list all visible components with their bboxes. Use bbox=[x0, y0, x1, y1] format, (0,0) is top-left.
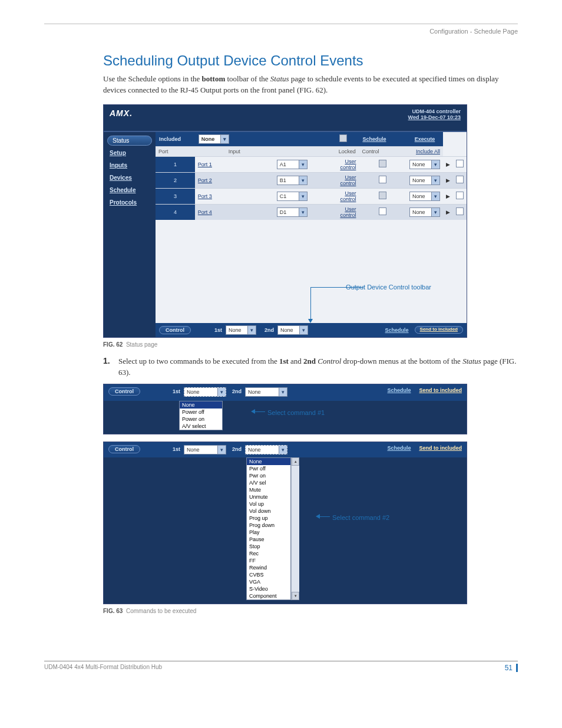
controller-time[interactable]: Wed 19-Dec-07 10:23 bbox=[408, 114, 461, 120]
sidebar-item-protocols[interactable]: Protocols bbox=[104, 196, 156, 209]
control-select[interactable]: None▾ bbox=[406, 188, 443, 204]
dropdown-option[interactable]: CVBS bbox=[247, 571, 290, 578]
dropdown-option[interactable]: None bbox=[247, 458, 290, 465]
scroll-down-icon[interactable]: ▾ bbox=[292, 592, 299, 600]
include-all-link[interactable]: Include All bbox=[406, 146, 443, 156]
user-control-link[interactable]: User control bbox=[336, 204, 359, 220]
row-num: 2 bbox=[156, 172, 195, 188]
user-control-link[interactable]: User control bbox=[336, 188, 359, 204]
control-select[interactable]: None▾ bbox=[406, 172, 443, 188]
dropdown-option[interactable]: Unmute bbox=[247, 493, 290, 500]
col-schedule[interactable]: Schedule bbox=[359, 132, 406, 147]
locked-checkbox[interactable] bbox=[359, 204, 406, 220]
chevron-down-icon: ▾ bbox=[299, 160, 307, 169]
user-control-link[interactable]: User control bbox=[336, 172, 359, 188]
dropdown-option[interactable]: Vol up bbox=[247, 500, 290, 508]
dropdown-option[interactable]: FF bbox=[247, 557, 290, 564]
text: toolbar of the bbox=[225, 74, 270, 83]
schedule-link[interactable]: Schedule bbox=[387, 387, 411, 393]
send-to-included-link[interactable]: Send to included bbox=[419, 445, 462, 451]
dropdown-option[interactable]: A/V select bbox=[180, 423, 222, 430]
sidebar-item-schedule[interactable]: Schedule bbox=[104, 184, 156, 196]
step-text: Select up to two commands to be executed… bbox=[118, 356, 518, 378]
input-select[interactable]: C1▾ bbox=[274, 188, 336, 204]
header-input-select[interactable]: None▾ bbox=[199, 134, 229, 144]
sidebar-item-setup[interactable]: Setup bbox=[104, 147, 156, 159]
dropdown-option[interactable]: Prog down bbox=[247, 522, 290, 529]
dropdown-option[interactable]: Mute bbox=[247, 486, 290, 493]
select-2nd[interactable]: None▾ bbox=[277, 325, 308, 335]
dropdown-option[interactable]: Power off bbox=[180, 409, 222, 416]
scroll-up-icon[interactable]: ▴ bbox=[292, 457, 299, 466]
dropdown-list-2nd[interactable]: NonePwr offPwr onA/V selMuteUnmuteVol up… bbox=[246, 457, 291, 600]
dropdown-option[interactable]: Vol down bbox=[247, 508, 290, 515]
play-button[interactable]: ▶ bbox=[443, 204, 453, 220]
dropdown-option[interactable]: Rec bbox=[247, 550, 290, 557]
select-1st[interactable]: None▾ bbox=[184, 445, 226, 454]
col-execute[interactable]: Execute bbox=[406, 132, 443, 147]
section-title: Scheduling Output Device Control Events bbox=[103, 52, 518, 69]
table-row: 1Port 1A1▾User controlNone▾▶ bbox=[156, 156, 467, 172]
control-select[interactable]: None▾ bbox=[406, 156, 443, 172]
amx-logo: AMX. bbox=[110, 108, 133, 120]
dropdown-option[interactable]: A/V sel bbox=[247, 479, 290, 486]
include-checkbox[interactable] bbox=[453, 172, 467, 188]
sidebar-item-inputs[interactable]: Inputs bbox=[104, 159, 156, 172]
schedule-link[interactable]: Schedule bbox=[387, 445, 411, 451]
select-2nd[interactable]: None▾ bbox=[245, 387, 287, 397]
chevron-down-icon: ▾ bbox=[217, 388, 226, 396]
dropdown-option[interactable]: Rewind bbox=[247, 564, 290, 571]
send-to-included-button[interactable]: Send to included bbox=[415, 326, 463, 334]
select-2nd-open[interactable]: None▾ bbox=[245, 445, 287, 454]
label-2nd: 2nd bbox=[232, 388, 242, 394]
dropdown-option[interactable]: Power on bbox=[180, 416, 222, 423]
input-select[interactable]: A1▾ bbox=[274, 156, 336, 172]
sidebar-item-devices[interactable]: Devices bbox=[104, 172, 156, 184]
chevron-down-icon: ▾ bbox=[431, 160, 439, 169]
port-link[interactable]: Port 1 bbox=[195, 156, 274, 172]
dropdown-option[interactable]: Stop bbox=[247, 543, 290, 550]
sidebar: Status Setup Inputs Devices Schedule Pro… bbox=[104, 132, 156, 337]
dropdown-option[interactable]: VGA bbox=[247, 578, 290, 585]
dropdown-option[interactable]: Component bbox=[247, 592, 290, 599]
locked-checkbox[interactable] bbox=[359, 188, 406, 204]
dropdown-option[interactable]: Prog up bbox=[247, 515, 290, 522]
dropdown-option[interactable]: Play bbox=[247, 529, 290, 536]
dropdown-option[interactable]: Pwr on bbox=[247, 472, 290, 479]
include-checkbox[interactable] bbox=[453, 188, 467, 204]
control-pill: Control bbox=[159, 326, 191, 334]
select-1st-open[interactable]: None▾ bbox=[184, 387, 226, 397]
status-table: Included None▾ Schedule Execute Port Inp… bbox=[156, 132, 467, 220]
include-checkbox[interactable] bbox=[453, 156, 467, 172]
port-link[interactable]: Port 3 bbox=[195, 188, 274, 204]
scrollbar[interactable]: ▴ ▾ bbox=[291, 457, 299, 600]
page-number: 51 bbox=[505, 664, 518, 672]
locked-checkbox[interactable] bbox=[359, 156, 406, 172]
dropdown-option[interactable]: Pwr off bbox=[247, 465, 290, 472]
input-select[interactable]: B1▾ bbox=[274, 172, 336, 188]
port-link[interactable]: Port 2 bbox=[195, 172, 274, 188]
control-pill: Control bbox=[108, 387, 140, 396]
include-checkbox[interactable] bbox=[453, 204, 467, 220]
play-button[interactable]: ▶ bbox=[443, 188, 453, 204]
play-button[interactable]: ▶ bbox=[443, 172, 453, 188]
send-to-included-link[interactable]: Send to included bbox=[419, 387, 462, 393]
input-select[interactable]: D1▾ bbox=[274, 204, 336, 220]
control-toolbar: Control 1st None▾ 2nd None▾ Schedule Sen… bbox=[156, 323, 467, 337]
chevron-down-icon: ▾ bbox=[431, 176, 439, 185]
sidebar-item-status[interactable]: Status bbox=[107, 136, 152, 146]
label-1st: 1st bbox=[173, 446, 180, 452]
schedule-link[interactable]: Schedule bbox=[385, 327, 409, 333]
text-italic: Status bbox=[270, 74, 289, 83]
locked-checkbox[interactable] bbox=[359, 172, 406, 188]
play-button[interactable]: ▶ bbox=[443, 156, 453, 172]
port-link[interactable]: Port 4 bbox=[195, 204, 274, 220]
dropdown-option[interactable]: S-Video bbox=[247, 585, 290, 592]
dropdown-option[interactable]: None bbox=[180, 401, 222, 409]
control-select[interactable]: None▾ bbox=[406, 204, 443, 220]
dropdown-option[interactable]: Pause bbox=[247, 536, 290, 543]
select-1st[interactable]: None▾ bbox=[226, 325, 256, 335]
user-control-link[interactable]: User control bbox=[336, 156, 359, 172]
dropdown-list-1st[interactable]: NonePower offPower onA/V select bbox=[179, 401, 223, 430]
text: Use the Schedule options in the bbox=[103, 74, 202, 83]
